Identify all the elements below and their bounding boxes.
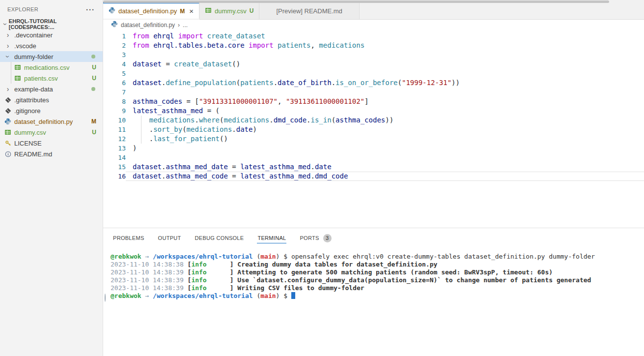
git-status-badge: U xyxy=(92,129,96,136)
terminal-gutter xyxy=(104,276,111,284)
indent-guide xyxy=(141,134,141,144)
file-tree: ›.devcontainer›.vscode›dummy-foldermedic… xyxy=(0,30,103,159)
code-line[interactable]: 13) xyxy=(103,144,644,153)
line-content: dataset.define_population(patients.date_… xyxy=(126,78,644,88)
terminal-text: 2023-11-10 14:38:39 [info ] Writing CSV … xyxy=(111,284,364,292)
chevron-right-icon: › xyxy=(4,85,12,93)
code-editor[interactable]: 1from ehrql import create_dataset2from e… xyxy=(103,30,644,229)
terminal-gutter xyxy=(104,261,111,268)
code-line[interactable]: 8asthma_codes = ["39113311000001107", "3… xyxy=(103,97,644,106)
code-line[interactable]: 1from ehrql import create_dataset xyxy=(103,31,644,41)
tree-item-label: dummy-folder xyxy=(14,53,53,60)
code-line[interactable]: 5 xyxy=(103,69,644,78)
breadcrumb[interactable]: dataset_definition.py › ... xyxy=(103,20,644,30)
tree-item-dummy-folder[interactable]: ›dummy-folder xyxy=(0,51,103,62)
line-content xyxy=(126,88,644,97)
git-icon xyxy=(4,97,12,103)
breadcrumb-file[interactable]: dataset_definition.py xyxy=(121,22,175,29)
workspace-section-header[interactable]: › EHRQL-TUTORIAL [CODESPACES:... xyxy=(0,19,103,30)
tree-item-label: .vscode xyxy=(14,42,36,50)
explorer-more-actions-button[interactable]: ··· xyxy=(86,5,95,14)
indent-guide xyxy=(141,125,141,134)
line-number: 10 xyxy=(103,116,126,125)
python-icon xyxy=(111,21,118,29)
csv-table-icon xyxy=(14,64,22,71)
tree-item-dataset-definition-py[interactable]: dataset_definition.pyM xyxy=(0,116,103,127)
tree-item-label: .gitattributes xyxy=(14,96,49,104)
code-line[interactable]: 9latest_asthma_med = ( xyxy=(103,106,644,116)
tree-item-label: patients.csv xyxy=(24,75,58,82)
code-line[interactable]: 10 medications.where(medications.dmd_cod… xyxy=(103,116,644,125)
tab-scrollbar[interactable] xyxy=(103,0,609,3)
tab-label: [Preview] README.md xyxy=(276,7,342,15)
breadcrumb-separator-icon: › xyxy=(178,22,180,29)
tree-item-devcontainer[interactable]: ›.devcontainer xyxy=(0,30,103,40)
chevron-right-icon: › xyxy=(4,42,12,50)
command-decoration-icon[interactable] xyxy=(104,253,111,261)
code-line[interactable]: 6dataset.define_population(patients.date… xyxy=(103,78,644,88)
code-line[interactable]: 12 .last_for_patient() xyxy=(103,134,644,144)
code-line[interactable]: 14 xyxy=(103,153,644,162)
line-content: dataset = create_dataset() xyxy=(126,59,644,69)
explorer-title: EXPLORER xyxy=(7,6,38,12)
panel-tab-problems[interactable]: PROBLEMS xyxy=(112,233,145,243)
line-content xyxy=(126,50,644,59)
tree-item-readme-md[interactable]: README.md xyxy=(0,148,103,159)
tab-preview-readme-md[interactable]: [Preview] README.md xyxy=(259,2,359,20)
line-number: 13 xyxy=(103,144,126,153)
code-line[interactable]: 15dataset.asthma_med_date = latest_asthm… xyxy=(103,162,644,172)
terminal-text: 2023-11-10 14:38:39 [info ] Attempting t… xyxy=(111,268,553,276)
chevron-down-icon: › xyxy=(1,21,9,28)
code-line[interactable]: 7 xyxy=(103,88,644,97)
line-number: 12 xyxy=(103,134,126,144)
panel-tab-label: OUTPUT xyxy=(158,235,181,241)
terminal-cursor xyxy=(291,292,295,299)
git-status-badge: M xyxy=(180,8,185,15)
tree-item-gitattributes[interactable]: .gitattributes xyxy=(0,94,103,105)
code-line[interactable]: 4dataset = create_dataset() xyxy=(103,59,644,69)
indent-guide xyxy=(11,62,11,73)
tab-dummy-csv[interactable]: dummy.csvU xyxy=(199,2,259,20)
tree-item-gitignore[interactable]: .gitignore xyxy=(0,105,103,116)
close-icon[interactable]: × xyxy=(189,7,194,15)
bottom-panel: PROBLEMSOUTPUTDEBUG CONSOLETERMINALPORTS… xyxy=(103,228,644,356)
line-content: from ehrql.tables.beta.core import patie… xyxy=(126,41,644,50)
panel-tab-ports[interactable]: PORTS3 xyxy=(299,232,332,244)
vscode-window: EXPLORER ··· › EHRQL-TUTORIAL [CODESPACE… xyxy=(0,0,644,356)
tree-item-patients-csv[interactable]: patients.csvU xyxy=(0,73,103,84)
tab-dataset-definition-py[interactable]: dataset_definition.pyM× xyxy=(103,2,199,19)
terminal-line: 2023-11-10 14:38:39 [info ] Writing CSV … xyxy=(104,284,644,292)
git-icon xyxy=(4,108,12,114)
code-line[interactable]: 2from ehrql.tables.beta.core import pati… xyxy=(103,41,644,50)
panel-tabbar: PROBLEMSOUTPUTDEBUG CONSOLETERMINALPORTS… xyxy=(103,228,644,248)
git-status-badge: U xyxy=(92,75,96,82)
code-line[interactable]: 11 .sort_by(medications.date) xyxy=(103,125,644,134)
line-number: 16 xyxy=(103,172,126,181)
tree-item-dummy-csv[interactable]: dummy.csvU xyxy=(0,127,103,138)
tree-item-vscode[interactable]: ›.vscode xyxy=(0,40,103,51)
git-status-badge: U xyxy=(250,7,254,14)
tree-item-example-data[interactable]: ›example-data xyxy=(0,84,103,94)
line-content xyxy=(126,69,644,78)
tree-item-license[interactable]: LICENSE xyxy=(0,138,103,148)
line-number: 11 xyxy=(103,125,126,134)
tab-label: dataset_definition.py xyxy=(118,7,177,15)
code-line[interactable]: 16dataset.asthma_med_code = latest_asthm… xyxy=(103,172,644,181)
line-content: ) xyxy=(126,144,644,153)
tree-item-label: dummy.csv xyxy=(14,129,46,136)
panel-tab-output[interactable]: OUTPUT xyxy=(158,233,182,243)
tree-item-label: medications.csv xyxy=(24,64,69,71)
csv-table-icon xyxy=(4,129,12,136)
line-number: 9 xyxy=(103,106,126,116)
panel-tab-debug-console[interactable]: DEBUG CONSOLE xyxy=(195,233,245,243)
code-line[interactable]: 3 xyxy=(103,50,644,59)
panel-tab-terminal[interactable]: TERMINAL xyxy=(257,233,286,243)
tree-item-label: example-data xyxy=(14,86,53,93)
breadcrumb-symbol[interactable]: ... xyxy=(183,22,188,29)
terminal[interactable]: @rebkwok → /workspaces/ehrql-tutorial (m… xyxy=(103,248,644,302)
command-decoration-icon[interactable] xyxy=(104,292,111,302)
explorer-sidebar: EXPLORER ··· › EHRQL-TUTORIAL [CODESPACE… xyxy=(0,0,103,356)
terminal-text: @rebkwok → /workspaces/ehrql-tutorial (m… xyxy=(111,253,595,261)
python-icon xyxy=(4,118,12,125)
tree-item-medications-csv[interactable]: medications.csvU xyxy=(0,62,103,73)
